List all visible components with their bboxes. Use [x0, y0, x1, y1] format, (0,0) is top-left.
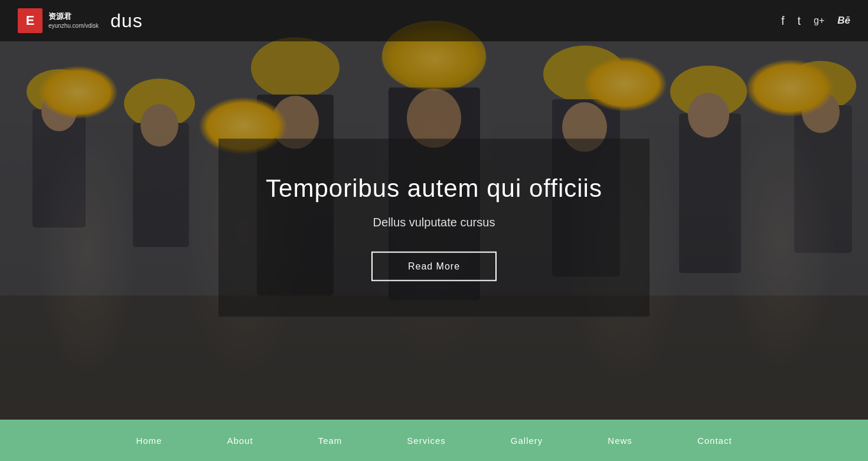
hero-title: Temporibus autem qui officiis: [266, 174, 602, 203]
bottom-navigation: HomeAboutTeamServicesGalleryNewsContact: [0, 420, 868, 461]
social-icons: f t g+ Bē: [781, 14, 850, 28]
read-more-button[interactable]: Read More: [371, 252, 497, 281]
logo-chinese-text: 资源君: [48, 11, 99, 22]
logo-text-block: 资源君 eyunzhu.com/vdisk: [48, 11, 99, 30]
site-header: E 资源君 eyunzhu.com/vdisk dus f t g+ Bē: [0, 0, 868, 41]
nav-item-services[interactable]: Services: [374, 436, 478, 446]
hero-content-box: Temporibus autem qui officiis Dellus vul…: [218, 139, 650, 317]
nav-item-news[interactable]: News: [575, 436, 665, 446]
nav-item-team[interactable]: Team: [286, 436, 375, 446]
facebook-icon[interactable]: f: [781, 14, 785, 28]
nav-item-home[interactable]: Home: [103, 436, 194, 446]
twitter-icon[interactable]: t: [797, 14, 801, 28]
logo-area: E 资源君 eyunzhu.com/vdisk dus: [18, 8, 143, 33]
behance-icon[interactable]: Bē: [837, 15, 850, 27]
nav-item-gallery[interactable]: Gallery: [478, 436, 576, 446]
nav-item-contact[interactable]: Contact: [665, 436, 765, 446]
brand-name: dus: [110, 10, 143, 32]
logo-url-text: eyunzhu.com/vdisk: [48, 22, 99, 30]
hero-section: Temporibus autem qui officiis Dellus vul…: [0, 0, 868, 420]
logo-badge: E: [18, 8, 43, 33]
nav-item-about[interactable]: About: [194, 436, 285, 446]
google-plus-icon[interactable]: g+: [814, 15, 824, 26]
hero-subtitle: Dellus vulputate cursus: [266, 216, 602, 229]
